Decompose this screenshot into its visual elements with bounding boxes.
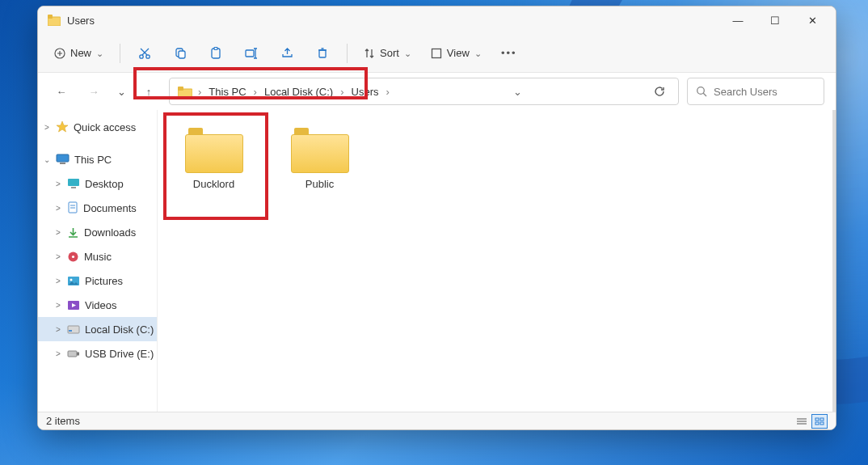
folder-label: Public (305, 178, 334, 190)
titlebar: Users — ☐ ✕ (38, 6, 836, 34)
sidebar-label: Videos (85, 299, 117, 311)
rename-button[interactable] (235, 40, 268, 67)
breadcrumb-item[interactable]: Users (347, 82, 384, 101)
svg-rect-17 (319, 50, 326, 57)
address-bar[interactable]: › This PC › Local Disk (C:) › Users › ⌄ (169, 78, 679, 105)
body: >Quick access⌄This PC>Desktop>Documents>… (38, 110, 836, 412)
up-button[interactable]: ↑ (137, 79, 161, 104)
breadcrumb-item[interactable]: Local Disk (C:) (259, 82, 338, 101)
svg-rect-41 (68, 351, 77, 357)
copy-icon (175, 47, 187, 59)
folder-ducklord[interactable]: Ducklord (167, 123, 260, 195)
content-pane[interactable]: DucklordPublic (158, 110, 836, 412)
sort-button[interactable]: Sort (356, 40, 419, 67)
sidebar-item-music[interactable]: >Music (38, 244, 157, 268)
breadcrumb-label: Users (352, 86, 379, 98)
svg-rect-22 (178, 87, 183, 91)
trash-icon (317, 47, 328, 59)
status-bar: 2 items (38, 412, 836, 429)
music-icon (67, 251, 79, 263)
item-count: 2 items (46, 415, 80, 427)
svg-rect-10 (179, 51, 185, 58)
sidebar-item-local-disk-c-[interactable]: >Local Disk (C:) (38, 317, 157, 341)
expand-icon[interactable]: > (54, 180, 62, 188)
refresh-button[interactable] (646, 79, 673, 104)
expand-icon[interactable]: > (54, 252, 62, 261)
plus-icon (54, 48, 65, 59)
svg-rect-49 (820, 422, 824, 425)
address-dropdown-button[interactable]: ⌄ (508, 86, 527, 98)
svg-rect-20 (432, 49, 440, 57)
minimize-button[interactable]: — (719, 7, 756, 33)
sort-icon (364, 48, 375, 59)
pic-icon (67, 276, 80, 286)
close-button[interactable]: ✕ (794, 7, 831, 33)
svg-rect-42 (77, 352, 79, 355)
svg-line-24 (703, 93, 706, 96)
new-label: New (70, 47, 91, 59)
chevron-right-icon[interactable]: › (253, 86, 258, 98)
folder-public[interactable]: Public (273, 123, 366, 195)
separator (120, 44, 120, 63)
share-icon (281, 47, 293, 59)
svg-point-5 (140, 54, 143, 57)
details-view-button[interactable] (794, 414, 810, 429)
expand-icon[interactable]: > (54, 204, 62, 213)
cut-button[interactable] (129, 40, 161, 67)
share-button[interactable] (271, 40, 303, 67)
sidebar-item-quick-access[interactable]: >Quick access (38, 115, 157, 139)
recent-button[interactable]: ⌄ (114, 79, 129, 104)
chevron-down-icon (474, 47, 482, 59)
new-button[interactable]: New (46, 40, 112, 67)
vid-icon (67, 300, 80, 311)
copy-button[interactable] (164, 40, 196, 67)
sidebar-label: USB Drive (E:) (85, 348, 154, 360)
sidebar-item-usb-drive-e-[interactable]: >USB Drive (E:) (38, 341, 157, 366)
chevron-down-icon (96, 47, 103, 59)
scissors-icon (138, 47, 151, 60)
icons-view-button[interactable] (811, 414, 828, 429)
sidebar-item-this-pc[interactable]: ⌄This PC (38, 147, 157, 171)
sidebar-item-videos[interactable]: >Videos (38, 293, 157, 317)
sort-label: Sort (380, 47, 399, 59)
svg-rect-47 (820, 418, 824, 421)
sidebar-item-desktop[interactable]: >Desktop (38, 171, 157, 196)
expand-icon[interactable]: > (54, 228, 62, 237)
svg-rect-39 (68, 326, 79, 333)
sidebar-label: Pictures (85, 275, 123, 287)
expand-icon[interactable]: > (43, 123, 51, 132)
forward-button[interactable]: → (82, 79, 106, 104)
chevron-down-icon (404, 47, 411, 59)
chevron-right-icon[interactable]: › (339, 86, 344, 98)
breadcrumb-label: This PC (209, 86, 246, 98)
delete-button[interactable] (306, 40, 339, 67)
breadcrumb-item[interactable]: This PC (204, 82, 251, 101)
expand-icon[interactable]: > (54, 277, 62, 285)
paste-button[interactable] (200, 40, 232, 67)
svg-rect-29 (71, 187, 76, 188)
doc-icon (67, 201, 78, 214)
back-button[interactable]: ← (49, 79, 74, 104)
sidebar-item-downloads[interactable]: >Downloads (38, 220, 157, 244)
svg-rect-48 (815, 422, 819, 425)
search-input[interactable] (714, 86, 815, 98)
chevron-right-icon[interactable]: › (197, 86, 202, 98)
svg-point-36 (70, 278, 73, 281)
search-box[interactable] (687, 78, 824, 105)
expand-icon[interactable]: ⌄ (43, 155, 51, 164)
folder-icon (291, 128, 349, 173)
more-button[interactable]: ••• (493, 40, 525, 67)
expand-icon[interactable]: > (54, 349, 62, 358)
svg-rect-12 (214, 47, 217, 49)
sidebar-label: Desktop (85, 178, 124, 190)
navigation-pane[interactable]: >Quick access⌄This PC>Desktop>Documents>… (38, 110, 158, 412)
maximize-button[interactable]: ☐ (756, 7, 794, 33)
sidebar-item-pictures[interactable]: >Pictures (38, 268, 157, 293)
sidebar-item-documents[interactable]: >Documents (38, 196, 157, 220)
chevron-right-icon[interactable]: › (385, 86, 390, 98)
view-button[interactable]: View (423, 40, 490, 67)
expand-icon[interactable]: > (54, 325, 62, 334)
expand-icon[interactable]: > (54, 301, 62, 310)
toolbar: New Sort View ••• (38, 34, 836, 73)
view-label: View (447, 47, 470, 59)
